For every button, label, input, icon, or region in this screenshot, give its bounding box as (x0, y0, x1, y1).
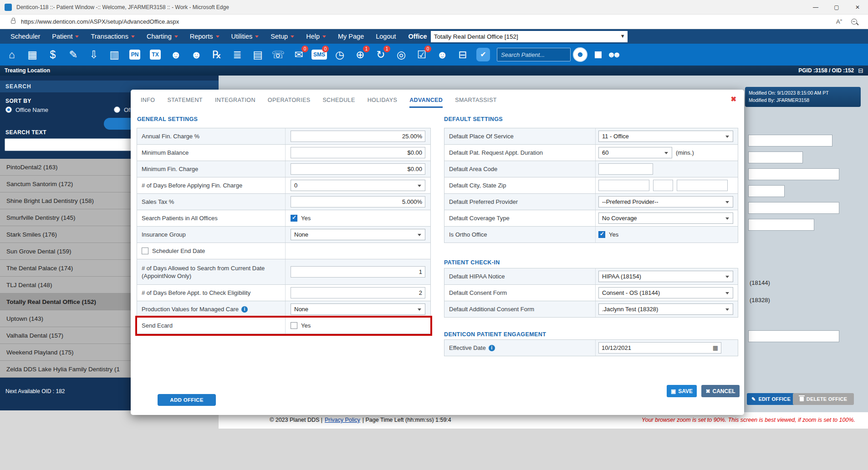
patients-icon[interactable]: ☻ (434, 45, 450, 65)
cancel-button[interactable]: ✖ CANCEL (701, 385, 740, 397)
info-icon[interactable]: i (489, 345, 495, 351)
zoom-out-icon[interactable] (851, 19, 857, 25)
chevron-down-icon (174, 35, 178, 40)
tab-smartassist[interactable]: SMARTASSIST (455, 97, 496, 108)
nav-charting[interactable]: Charting (141, 29, 184, 44)
treatment-plan-icon[interactable]: TX (147, 45, 163, 65)
chevron-down-icon (255, 35, 259, 40)
nav-logout[interactable]: Logout (370, 29, 402, 44)
sort-by-office-name-radio[interactable] (5, 106, 12, 113)
ledger-icon[interactable]: ≣ (229, 45, 245, 65)
patient-search-input[interactable]: Search Patient... (497, 48, 571, 61)
send-ecard-checkbox[interactable] (291, 322, 297, 329)
url-text[interactable]: https://www.denticon.com/ASPX/setup/Adva… (21, 18, 179, 25)
maximize-icon[interactable]: ▢ (826, 0, 847, 15)
recall-icon[interactable]: ↻ 1 (373, 45, 389, 65)
lab-case-icon[interactable]: ▥ (106, 45, 123, 65)
nav-reports[interactable]: Reports (184, 29, 225, 44)
sort-by-office-number-radio[interactable] (114, 106, 120, 113)
tab-advanced[interactable]: ADVANCED (409, 97, 443, 108)
background-field (748, 135, 832, 147)
chart-icon[interactable]: ✎ (65, 45, 82, 65)
insurance-group-select[interactable]: None (291, 229, 425, 240)
days-search-current-input[interactable]: 1 (291, 266, 425, 278)
default-state-input[interactable] (653, 180, 673, 191)
delete-office-button[interactable]: DELETE OFFICE (793, 393, 854, 405)
patients-group-icon[interactable]: ☻☻ (607, 50, 622, 60)
sms-icon[interactable]: SMS 0 (311, 45, 327, 65)
appt-confirmation-icon[interactable]: ☑ 0 (414, 45, 430, 65)
nav-utilities[interactable]: Utilities (225, 29, 265, 44)
days-before-eligibility-input[interactable]: 2 (291, 287, 425, 298)
edit-office-button[interactable]: ✎ EDIT OFFICE (747, 393, 795, 405)
hipaa-notice-select[interactable]: HIPAA (18154) (598, 271, 733, 282)
scheduler-end-date-checkbox[interactable] (142, 248, 148, 254)
tab-operatories[interactable]: OPERATORIES (268, 97, 311, 108)
time-clock-icon[interactable]: ◷ (332, 45, 348, 65)
add-patient-icon[interactable]: ☻ (168, 45, 184, 65)
toolbar-checkbox[interactable] (595, 51, 602, 58)
web-search-icon[interactable]: ◎ (393, 45, 409, 65)
nav-setup[interactable]: Setup (265, 29, 300, 44)
online-requests-icon[interactable]: ⊕ 1 (352, 45, 368, 65)
tab-holidays[interactable]: HOLIDAYS (368, 97, 398, 108)
add-guarantor-icon[interactable]: ☻ (188, 45, 204, 65)
tab-schedule[interactable]: SCHEDULE (322, 97, 355, 108)
annual-fin-charge-input[interactable]: 25.00% (291, 131, 425, 142)
field-label: Effective Date (449, 344, 486, 352)
effective-date-input[interactable]: 10/12/2021 ▦ (598, 342, 721, 354)
home-icon[interactable]: ⌂ (4, 45, 20, 65)
close-window-icon[interactable]: ✕ (847, 0, 868, 15)
send-ecard-row: Send Ecard Yes (137, 318, 430, 334)
minimum-balance-input[interactable]: $0.00 (291, 147, 425, 158)
privacy-policy-link[interactable]: Privacy Policy (325, 417, 360, 423)
messages-icon[interactable]: ✉ 0 (291, 45, 307, 65)
nav-scheduler[interactable]: Scheduler (5, 29, 46, 44)
print-icon[interactable]: ⊟ (454, 45, 471, 65)
office-select[interactable]: Totally Real Dental Office [152] ▼ (431, 31, 628, 42)
field-label: Default Area Code (444, 161, 596, 177)
tab-statement[interactable]: STATEMENT (167, 97, 202, 108)
add-office-button[interactable]: ADD OFFICE (158, 394, 216, 406)
production-values-select[interactable]: None (291, 303, 425, 315)
preferred-provider-select[interactable]: --Preferred Provider-- (598, 196, 733, 207)
payments-icon[interactable]: $ (45, 45, 61, 65)
schedule-icon[interactable]: ▦ (24, 45, 41, 65)
search-all-offices-checkbox[interactable] (291, 215, 297, 222)
appt-duration-select[interactable]: 60 (598, 147, 672, 158)
nav-help[interactable]: Help (300, 29, 332, 44)
inbox-icon[interactable]: ⇩ (86, 45, 102, 65)
minimum-fin-charge-input[interactable]: $0.00 (291, 163, 425, 175)
calendar-icon[interactable]: ▦ (713, 344, 718, 351)
field-label: Default Pat. Request Appt. Duration (444, 145, 596, 161)
minimize-icon[interactable]: — (805, 0, 826, 15)
tab-info[interactable]: INFO (141, 97, 155, 108)
nav-patient[interactable]: Patient (46, 29, 85, 44)
nav-transactions[interactable]: Transactions (85, 29, 140, 44)
patient-search-button[interactable]: ☻ (573, 47, 587, 62)
statements-icon[interactable]: ▤ (250, 45, 266, 65)
progress-notes-icon[interactable]: PN (127, 45, 143, 65)
coverage-type-select[interactable]: No Coverage (598, 212, 733, 224)
default-city-input[interactable] (598, 180, 649, 191)
field-label: Default Place Of Service (444, 128, 596, 144)
place-of-service-select[interactable]: 11 - Office (598, 131, 733, 142)
days-before-fin-charge-select[interactable]: 0 (291, 180, 425, 191)
additional-consent-form-select[interactable]: .Jaclynn Test (18328) (598, 303, 733, 315)
consent-form-select[interactable]: Consent - OS (18144) (598, 287, 733, 298)
read-aloud-icon[interactable]: A” (836, 18, 842, 25)
area-code-input[interactable] (598, 163, 653, 175)
verify-icon[interactable]: ✔ (475, 45, 491, 65)
is-ortho-checkbox[interactable] (598, 231, 605, 238)
site-info-lock-icon[interactable] (11, 20, 15, 24)
nav-my-page[interactable]: My Page (332, 29, 370, 44)
info-icon[interactable]: i (241, 306, 248, 313)
fax-icon[interactable]: ☏ (270, 45, 286, 65)
printer-icon[interactable]: ⊟ (858, 67, 863, 74)
sales-tax-input[interactable]: 5.000% (291, 196, 425, 207)
save-button[interactable]: ▣ SAVE (667, 385, 697, 397)
default-zip-input[interactable] (677, 180, 728, 191)
tab-integration[interactable]: INTEGRATION (215, 97, 255, 108)
prescriptions-icon[interactable]: ℞ (209, 45, 225, 65)
dialog-close-icon[interactable]: ✖ (730, 95, 736, 103)
